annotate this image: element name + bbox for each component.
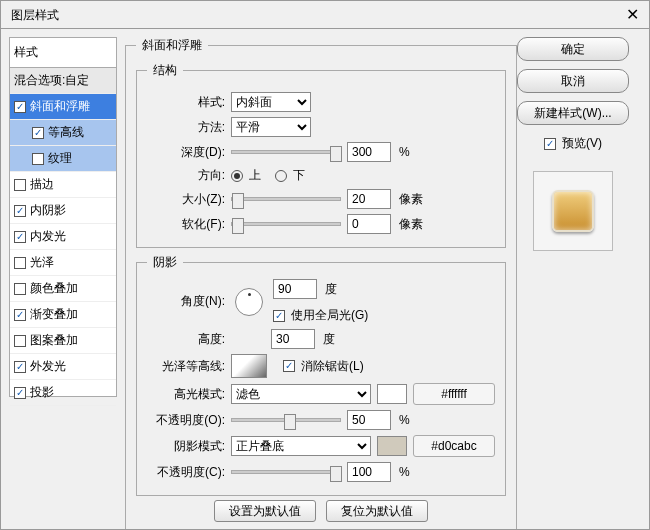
shadow-color-button[interactable]: #d0cabc	[413, 435, 495, 457]
degree-unit: 度	[323, 331, 335, 348]
soften-input[interactable]	[347, 214, 391, 234]
style-checkbox[interactable]	[14, 283, 26, 295]
size-label: 大小(Z):	[147, 191, 225, 208]
size-input[interactable]	[347, 189, 391, 209]
close-icon[interactable]: ✕	[626, 1, 639, 29]
down-label: 下	[293, 167, 305, 184]
style-item[interactable]: 纹理	[10, 146, 116, 172]
style-list: 混合选项:自定斜面和浮雕等高线纹理描边内阴影内发光光泽颜色叠加渐变叠加图案叠加外…	[9, 67, 117, 397]
style-checkbox[interactable]	[14, 257, 26, 269]
pixel-unit: 像素	[399, 216, 423, 233]
percent-unit: %	[399, 145, 410, 159]
style-item-label: 颜色叠加	[30, 280, 78, 297]
new-style-button[interactable]: 新建样式(W)...	[517, 101, 629, 125]
style-checkbox[interactable]	[32, 153, 44, 165]
style-select[interactable]: 内斜面	[231, 92, 311, 112]
style-item[interactable]: 描边	[10, 172, 116, 198]
main: 样式 混合选项:自定斜面和浮雕等高线纹理描边内阴影内发光光泽颜色叠加渐变叠加图案…	[1, 29, 649, 529]
angle-input[interactable]	[273, 279, 317, 299]
make-default-button[interactable]: 设置为默认值	[214, 500, 316, 522]
style-item-label: 光泽	[30, 254, 54, 271]
direction-label: 方向:	[147, 167, 225, 184]
style-item[interactable]: 外发光	[10, 354, 116, 380]
style-checkbox[interactable]	[32, 127, 44, 139]
highlight-opacity-label: 不透明度(O):	[147, 412, 225, 429]
structure-legend: 结构	[147, 62, 183, 79]
style-item[interactable]: 渐变叠加	[10, 302, 116, 328]
style-item-label: 内阴影	[30, 202, 66, 219]
shading-legend: 阴影	[147, 254, 183, 271]
antialias-label: 消除锯齿(L)	[301, 358, 364, 375]
style-checkbox[interactable]	[14, 101, 26, 113]
dialog-title: 图层样式	[11, 1, 59, 29]
settings-panel: 斜面和浮雕 结构 样式: 内斜面 方法: 平滑 深度(D): %	[125, 37, 505, 521]
depth-label: 深度(D):	[147, 144, 225, 161]
style-item[interactable]: 光泽	[10, 250, 116, 276]
global-light-label: 使用全局光(G)	[291, 307, 368, 324]
depth-slider[interactable]	[231, 150, 341, 154]
style-checkbox[interactable]	[14, 387, 26, 399]
style-checkbox[interactable]	[14, 361, 26, 373]
highlight-mode-label: 高光模式:	[147, 386, 225, 403]
direction-up-radio[interactable]	[231, 170, 243, 182]
reset-default-button[interactable]: 复位为默认值	[326, 500, 428, 522]
global-light-checkbox[interactable]	[273, 310, 285, 322]
styles-panel: 样式 混合选项:自定斜面和浮雕等高线纹理描边内阴影内发光光泽颜色叠加渐变叠加图案…	[9, 37, 117, 521]
direction-down-radio[interactable]	[275, 170, 287, 182]
up-label: 上	[249, 167, 261, 184]
blend-options-item[interactable]: 混合选项:自定	[10, 68, 116, 94]
style-item-label: 投影	[30, 384, 54, 401]
style-item[interactable]: 内阴影	[10, 198, 116, 224]
antialias-checkbox[interactable]	[283, 360, 295, 372]
gloss-contour-picker[interactable]	[231, 354, 267, 378]
highlight-opacity-input[interactable]	[347, 410, 391, 430]
style-item-label: 图案叠加	[30, 332, 78, 349]
style-item[interactable]: 颜色叠加	[10, 276, 116, 302]
titlebar: 图层样式 ✕	[1, 1, 649, 29]
shadow-opacity-label: 不透明度(C):	[147, 464, 225, 481]
style-checkbox[interactable]	[14, 179, 26, 191]
soften-slider[interactable]	[231, 222, 341, 226]
highlight-color-swatch[interactable]	[377, 384, 407, 404]
style-label: 样式:	[147, 94, 225, 111]
angle-dial[interactable]	[235, 288, 263, 316]
style-item[interactable]: 图案叠加	[10, 328, 116, 354]
style-checkbox[interactable]	[14, 205, 26, 217]
style-item[interactable]: 等高线	[10, 120, 116, 146]
altitude-label: 高度:	[147, 331, 225, 348]
soften-label: 软化(F):	[147, 216, 225, 233]
degree-unit: 度	[325, 281, 337, 298]
shadow-color-swatch[interactable]	[377, 436, 407, 456]
size-slider[interactable]	[231, 197, 341, 201]
shading-fieldset: 阴影 角度(N): 度 使用全局光(G)	[136, 254, 506, 496]
preview-box	[533, 171, 613, 251]
style-item-label: 渐变叠加	[30, 306, 78, 323]
highlight-color-button[interactable]: #ffffff	[413, 383, 495, 405]
method-select[interactable]: 平滑	[231, 117, 311, 137]
style-checkbox[interactable]	[14, 231, 26, 243]
bevel-fieldset: 斜面和浮雕 结构 样式: 内斜面 方法: 平滑 深度(D): %	[125, 37, 517, 530]
shadow-opacity-input[interactable]	[347, 462, 391, 482]
method-label: 方法:	[147, 119, 225, 136]
styles-header: 样式	[9, 37, 117, 67]
style-item[interactable]: 内发光	[10, 224, 116, 250]
style-checkbox[interactable]	[14, 335, 26, 347]
style-item[interactable]: 斜面和浮雕	[10, 94, 116, 120]
pixel-unit: 像素	[399, 191, 423, 208]
highlight-mode-select[interactable]: 滤色	[231, 384, 371, 404]
shadow-mode-select[interactable]: 正片叠底	[231, 436, 371, 456]
shadow-opacity-slider[interactable]	[231, 470, 341, 474]
depth-input[interactable]	[347, 142, 391, 162]
style-item-label: 外发光	[30, 358, 66, 375]
right-panel: 确定 取消 新建样式(W)... 预览(V)	[513, 37, 633, 521]
shadow-mode-label: 阴影模式:	[147, 438, 225, 455]
ok-button[interactable]: 确定	[517, 37, 629, 61]
style-item-label: 描边	[30, 176, 54, 193]
altitude-input[interactable]	[271, 329, 315, 349]
style-item-label: 纹理	[48, 150, 72, 167]
style-item[interactable]: 投影	[10, 380, 116, 406]
highlight-opacity-slider[interactable]	[231, 418, 341, 422]
cancel-button[interactable]: 取消	[517, 69, 629, 93]
style-checkbox[interactable]	[14, 309, 26, 321]
preview-checkbox[interactable]	[544, 138, 556, 150]
